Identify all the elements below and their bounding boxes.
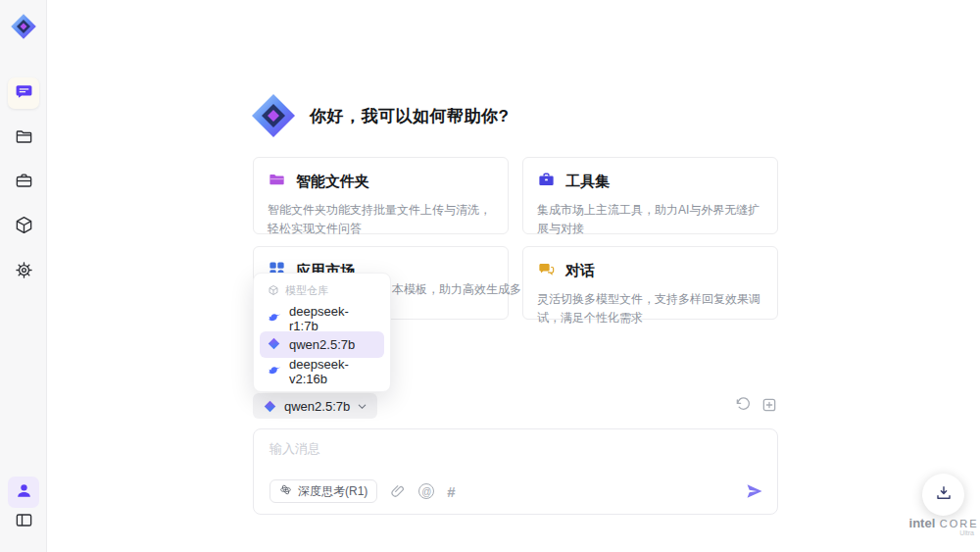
user-icon (15, 481, 33, 504)
chevron-down-icon (357, 401, 368, 412)
sidebar-item-folders[interactable] (8, 123, 39, 154)
attachment-icon[interactable] (390, 483, 406, 499)
model-option-label: qwen2.5:7b (289, 337, 355, 352)
chat-icon (15, 82, 33, 105)
greeting-title: 你好，我可以如何帮助你? (310, 105, 509, 127)
sidebar (0, 0, 47, 552)
folder-icon (15, 127, 33, 150)
core-logo-text: core (940, 518, 979, 529)
history-icon[interactable] (735, 397, 751, 413)
model-selector[interactable]: qwen2.5:7b (253, 393, 377, 419)
sidebar-item-apps[interactable] (8, 211, 39, 242)
model-option-deepseek-v2[interactable]: deepseek-v2:16b (260, 358, 384, 384)
model-dropdown: 模型仓库 deepseek-r1:7b qwen2.5:7b deepseek-… (253, 273, 391, 392)
model-option-label: deepseek-v2:16b (289, 357, 377, 386)
settings-icon (15, 261, 33, 283)
composer-placeholder: 输入消息 (270, 440, 320, 458)
card-description: 智能文件夹功能支持批量文件上传与清洗，轻松实现文件问答 (268, 201, 494, 237)
dialog-icon (537, 260, 556, 282)
sidebar-collapse-button[interactable] (8, 506, 39, 537)
app-window: 你好，我可以如何帮助你? 智能文件夹 智能文件夹功能支持批量文件上传与清洗，轻松… (0, 0, 980, 552)
atom-icon (279, 483, 292, 499)
card-dialog[interactable]: 对话 灵活切换多模型文件，支持多样回复效果调试，满足个性化需求 (522, 246, 778, 320)
chat-toolbar (735, 397, 777, 413)
sidebar-item-settings[interactable] (8, 256, 39, 287)
download-icon (935, 484, 953, 506)
qwen-icon (267, 336, 281, 354)
card-description-fragment: 本模板，助力高效生成多 (392, 281, 521, 298)
mention-icon[interactable]: @ (418, 483, 434, 499)
deep-think-toggle[interactable]: 深度思考(R1) (270, 479, 377, 503)
card-title: 工具集 (565, 173, 610, 191)
message-composer[interactable]: 输入消息 深度思考(R1) @ # (253, 428, 778, 515)
toolbox-icon (15, 172, 33, 194)
model-option-deepseek-r1[interactable]: deepseek-r1:7b (260, 305, 384, 331)
download-button[interactable] (922, 474, 964, 516)
deepseek-whale-icon (267, 363, 281, 380)
greeting: 你好，我可以如何帮助你? (250, 92, 509, 139)
card-description: 灵活切换多模型文件，支持多样回复效果调试，满足个性化需求 (537, 290, 763, 326)
ultra-logo-text: ultra (904, 529, 974, 536)
model-dropdown-header-label: 模型仓库 (285, 283, 328, 298)
deepseek-whale-icon (267, 310, 281, 327)
folder-icon (268, 171, 286, 193)
model-option-label: deepseek-r1:7b (289, 304, 377, 333)
model-selector-value: qwen2.5:7b (284, 399, 350, 414)
composer-toolbar: 深度思考(R1) @ # (270, 479, 764, 503)
deep-think-label: 深度思考(R1) (298, 483, 368, 500)
sidebar-item-chat[interactable] (8, 77, 39, 109)
card-title: 对话 (565, 262, 595, 280)
sidebar-item-tools[interactable] (8, 167, 39, 198)
new-chat-icon[interactable] (761, 397, 777, 413)
intel-core-badge: intel core ultra (904, 514, 980, 536)
cube-icon (15, 216, 33, 238)
card-toolset[interactable]: 工具集 集成市场上主流工具，助力AI与外界无缝扩展与对接 (522, 157, 778, 234)
model-option-qwen[interactable]: qwen2.5:7b (260, 331, 384, 358)
intel-logo-text: intel (909, 516, 936, 530)
app-logo-icon (10, 13, 37, 40)
card-description: 集成市场上主流工具，助力AI与外界无缝扩展与对接 (537, 201, 763, 237)
send-icon[interactable] (745, 481, 764, 501)
sidebar-item-account[interactable] (8, 477, 39, 508)
hash-icon[interactable]: # (447, 483, 455, 500)
card-smart-folder[interactable]: 智能文件夹 智能文件夹功能支持批量文件上传与清洗，轻松实现文件问答 (253, 157, 509, 234)
qwen-icon (263, 399, 277, 414)
assistant-logo-icon (250, 92, 297, 139)
panel-icon (15, 511, 33, 533)
card-title: 智能文件夹 (296, 173, 369, 191)
briefcase-icon (537, 171, 556, 193)
model-dropdown-header: 模型仓库 (260, 281, 384, 305)
repo-icon (268, 284, 279, 298)
